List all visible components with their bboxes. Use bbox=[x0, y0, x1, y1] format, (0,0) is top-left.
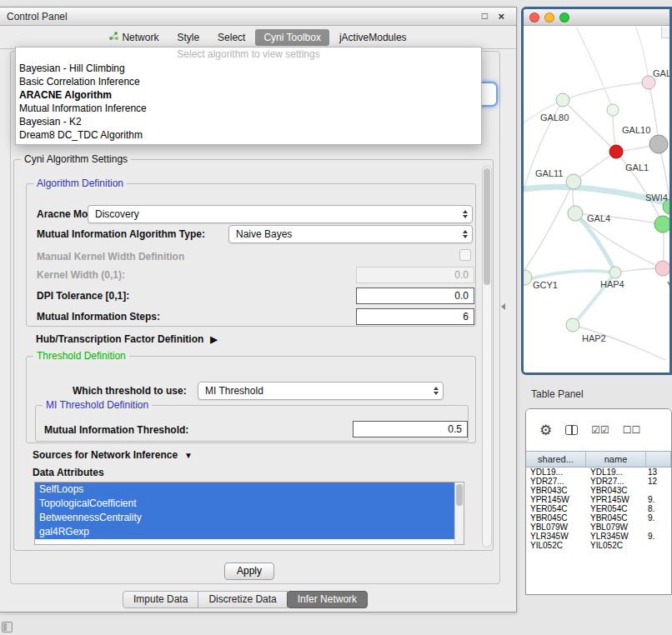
column-selector-icon[interactable] bbox=[565, 425, 578, 435]
manual-kernel-label: Manual Kernel Width Definition bbox=[37, 251, 184, 262]
tab-network[interactable]: Network bbox=[101, 29, 167, 46]
float-window-icon[interactable]: □ bbox=[482, 10, 488, 22]
which-threshold-combobox[interactable]: MI Threshold bbox=[198, 382, 444, 400]
network-node-gcy1[interactable] bbox=[524, 270, 532, 285]
bottom-tab-discretize-data[interactable]: Discretize Data bbox=[198, 591, 287, 608]
tab-label: jActiveModules bbox=[339, 32, 407, 43]
table-cell: YPR145W bbox=[526, 495, 586, 504]
network-view-window: GALGAL80GAL10GAL1GAL11GAL4SWI4HAP4GCY1HA… bbox=[521, 7, 672, 375]
combo-arrows-icon bbox=[429, 382, 443, 399]
mi-threshold-definition-group: MI Threshold Definition Mutual Informati… bbox=[35, 405, 469, 442]
table-row[interactable]: YIL052CYIL052C bbox=[526, 541, 671, 550]
network-node-gal4[interactable] bbox=[568, 206, 583, 221]
column-header-shared-[interactable]: shared... bbox=[526, 452, 586, 467]
dpi-tolerance-value: 0.0 bbox=[454, 290, 469, 302]
table-row[interactable]: YBR045CYBR045C9. bbox=[526, 513, 671, 522]
data-attribute-item-topologicalcoefficient[interactable]: TopologicalCoefficient bbox=[35, 497, 454, 511]
algorithm-option-bayesian-k2[interactable]: Bayesian - K2 bbox=[16, 115, 481, 128]
column-header-name[interactable]: name bbox=[586, 452, 646, 467]
dpi-tolerance-field[interactable]: 0.0 bbox=[356, 288, 474, 304]
network-node-gal1[interactable] bbox=[609, 145, 623, 158]
table-row[interactable]: YDR27...YDR27...12 bbox=[526, 477, 671, 486]
hub-definition-toggle[interactable]: Hub/Transcription Factor Definition▶ bbox=[36, 333, 218, 345]
table-row[interactable]: YPR145WYPR145W9. bbox=[526, 495, 671, 504]
list-scrollbar[interactable] bbox=[454, 482, 464, 544]
data-attribute-item-gal4rgexp[interactable]: gal4RGexp bbox=[35, 525, 454, 539]
deselect-all-icon[interactable]: ☐☐ bbox=[623, 424, 641, 436]
aracne-mode-combobox[interactable]: Discovery bbox=[88, 205, 473, 223]
table-cell bbox=[646, 541, 671, 550]
column-header[interactable] bbox=[646, 452, 671, 467]
node-label: GCY1 bbox=[533, 280, 558, 290]
table-row[interactable]: YBL079WYBL079W bbox=[526, 522, 671, 532]
network-node-gal11[interactable] bbox=[566, 174, 581, 189]
node-label: GAL11 bbox=[535, 168, 563, 178]
chevron-right-icon[interactable]: ▶ bbox=[210, 334, 217, 344]
mi-algorithm-type-combobox[interactable]: Naive Bayes bbox=[228, 225, 473, 243]
mi-type-value: Naive Bayes bbox=[229, 228, 459, 240]
apply-button[interactable]: Apply bbox=[224, 562, 274, 580]
network-canvas[interactable]: GALGAL80GAL10GAL1GAL11GAL4SWI4HAP4GCY1HA… bbox=[524, 27, 669, 372]
splitter-collapse-icon[interactable] bbox=[501, 303, 505, 310]
tab-cyni-toolbox[interactable]: Cyni Toolbox bbox=[255, 29, 328, 46]
control-panel-tab-bar: NetworkStyleSelectCyni ToolboxjActiveMod… bbox=[0, 26, 516, 49]
network-node-hap2[interactable] bbox=[566, 318, 579, 332]
algorithm-option-aracne-algorithm[interactable]: ARACNE Algorithm bbox=[16, 88, 481, 102]
network-edge[interactable] bbox=[574, 27, 613, 110]
data-attribute-item-selfloops[interactable]: SelfLoops bbox=[35, 482, 454, 497]
table-row[interactable]: YBR043CYBR043C bbox=[526, 486, 671, 495]
network-node-gal10[interactable] bbox=[607, 104, 619, 116]
minimize-traffic-light[interactable] bbox=[544, 12, 554, 22]
tab-jactivemodules[interactable]: jActiveModules bbox=[331, 29, 415, 46]
close-traffic-light[interactable] bbox=[529, 12, 539, 22]
tab-label: Network bbox=[122, 32, 158, 43]
algorithm-option-mutual-information-inference[interactable]: Mutual Information Inference bbox=[16, 102, 481, 115]
list-scrollbar-thumb[interactable] bbox=[456, 484, 463, 506]
panel-toggle-icon[interactable] bbox=[2, 622, 13, 632]
table-panel-title: Table Panel bbox=[531, 388, 584, 400]
which-threshold-value: MI Threshold bbox=[198, 385, 429, 397]
table-cell: YBR045C bbox=[586, 513, 646, 522]
network-node-gal80[interactable] bbox=[556, 93, 569, 107]
network-node-hap4[interactable] bbox=[609, 267, 621, 278]
kernel-width-field[interactable]: 0.0 bbox=[356, 267, 474, 283]
table-cell: 8. bbox=[646, 504, 671, 513]
algorithm-option-dream8-dc-tdc-algorithm[interactable]: Dream8 DC_TDC Algorithm bbox=[16, 128, 481, 142]
algorithm-option-basic-correlation-inference[interactable]: Basic Correlation Inference bbox=[16, 75, 481, 88]
cyni-algorithm-settings-group: Cyni Algorithm Settings Algorithm Defini… bbox=[13, 159, 494, 551]
network-edge[interactable] bbox=[524, 182, 574, 277]
manual-kernel-checkbox[interactable] bbox=[459, 249, 471, 261]
network-node[interactable] bbox=[654, 216, 669, 232]
bottom-tab-infer-network[interactable]: Infer Network bbox=[287, 591, 368, 608]
tab-select[interactable]: Select bbox=[209, 29, 253, 46]
network-icon bbox=[109, 32, 118, 43]
tab-style[interactable]: Style bbox=[168, 29, 208, 46]
table-row[interactable]: YLR345WYLR345W9. bbox=[526, 532, 671, 541]
table-cell: YLR345W bbox=[526, 532, 586, 541]
table-cell: YBL079W bbox=[526, 522, 586, 532]
table-cell: YLR345W bbox=[586, 532, 646, 541]
algorithm-option-bayesian-hill-climbing[interactable]: Bayesian - Hill Climbing bbox=[16, 62, 481, 75]
data-attributes-list[interactable]: SelfLoopsTopologicalCoefficientBetweenne… bbox=[34, 482, 464, 545]
close-window-icon[interactable]: × bbox=[498, 10, 504, 22]
sources-toggle[interactable]: Sources for Network Inference▼ bbox=[33, 449, 193, 461]
network-node[interactable] bbox=[649, 135, 668, 153]
data-attribute-item-betweennesscentrality[interactable]: BetweennessCentrality bbox=[35, 511, 454, 525]
gear-icon[interactable]: ⚙ bbox=[539, 423, 552, 438]
algorithm-definition-group: Algorithm Definition Aracne Mode: Discov… bbox=[26, 183, 476, 327]
chevron-down-icon[interactable]: ▼ bbox=[184, 451, 193, 460]
bottom-tab-impute-data[interactable]: Impute Data bbox=[123, 591, 198, 608]
algorithm-definition-title: Algorithm Definition bbox=[33, 178, 127, 189]
table-cell: YDL19... bbox=[526, 468, 586, 477]
mi-steps-field[interactable]: 6 bbox=[356, 308, 474, 325]
select-all-icon[interactable]: ☑☑ bbox=[591, 424, 609, 436]
table-cell: 9. bbox=[646, 513, 671, 522]
mi-threshold-field[interactable]: 0.5 bbox=[353, 421, 468, 438]
network-node[interactable] bbox=[655, 261, 669, 276]
table-row[interactable]: YDL19...YDL19...13 bbox=[526, 468, 671, 477]
table-row[interactable]: YER054CYER054C8. bbox=[526, 504, 671, 513]
mi-threshold-value: 0.5 bbox=[448, 423, 462, 435]
combo-arrows-icon bbox=[459, 226, 472, 242]
zoom-traffic-light[interactable] bbox=[559, 12, 569, 22]
network-edge[interactable] bbox=[634, 27, 649, 82]
